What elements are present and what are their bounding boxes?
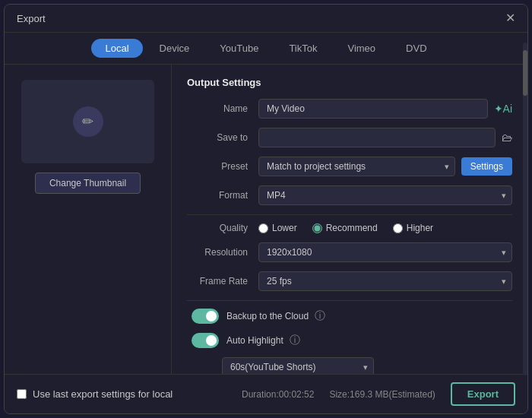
- main-content: ✏ Change Thumbnail Output Settings Name …: [5, 65, 527, 374]
- auto-highlight-row: Auto Highlight ⓘ: [187, 333, 512, 348]
- shorts-select-wrapper: 60s(YouTube Shorts) 30s 15s: [222, 357, 374, 374]
- name-row: Name ✦Ai: [187, 99, 512, 119]
- change-thumbnail-button[interactable]: Change Thumbnail: [35, 173, 141, 194]
- frame-rate-select[interactable]: 25 fps 30 fps 60 fps: [258, 271, 512, 291]
- backup-cloud-slider: [192, 309, 219, 324]
- quality-label: Quality: [187, 223, 248, 233]
- preset-label: Preset: [187, 161, 248, 172]
- scrollbar-thumb[interactable]: [523, 65, 527, 96]
- quality-recommend-label: Recommend: [326, 223, 378, 233]
- frame-rate-label: Frame Rate: [187, 276, 248, 287]
- duration-label: Duration:00:02:52: [242, 389, 314, 400]
- thumbnail-box: ✏: [21, 80, 154, 163]
- save-to-input-group: 🗁: [258, 128, 512, 147]
- frame-rate-select-wrapper: 25 fps 30 fps 60 fps: [258, 271, 512, 291]
- name-input[interactable]: [258, 99, 488, 119]
- quality-recommend-option[interactable]: Recommend: [312, 223, 378, 233]
- resolution-row: Resolution 1920x1080 1280x720 3840x2160: [187, 242, 512, 262]
- export-window: Export ✕ Local Device YouTube TikTok Vim…: [4, 4, 528, 414]
- tab-youtube[interactable]: YouTube: [206, 39, 272, 58]
- quality-higher-radio[interactable]: [393, 223, 403, 233]
- format-select[interactable]: MP4 MOV AVI: [258, 185, 512, 205]
- shorts-duration-row: 60s(YouTube Shorts) 30s 15s: [222, 357, 512, 374]
- backup-cloud-row: Backup to the Cloud ⓘ: [187, 309, 512, 324]
- tab-dvd[interactable]: DVD: [392, 39, 440, 58]
- format-select-wrapper: MP4 MOV AVI: [258, 185, 512, 205]
- backup-cloud-label: Backup to the Cloud: [226, 311, 309, 321]
- settings-button[interactable]: Settings: [461, 157, 512, 176]
- tabs-bar: Local Device YouTube TikTok Vimeo DVD: [5, 33, 527, 65]
- quality-higher-label: Higher: [407, 223, 433, 233]
- resolution-select[interactable]: 1920x1080 1280x720 3840x2160: [258, 242, 512, 262]
- preset-row: Preset Match to project settings Custom …: [187, 157, 512, 176]
- auto-highlight-toggle[interactable]: [192, 333, 219, 348]
- save-to-input[interactable]: [258, 128, 496, 147]
- quality-lower-option[interactable]: Lower: [258, 223, 297, 233]
- use-last-settings-group: Use last export settings for local: [17, 388, 173, 400]
- right-panel: Output Settings Name ✦Ai Save to 🗁 Pre: [172, 65, 527, 374]
- quality-options: Lower Recommend Higher: [258, 223, 433, 233]
- quality-higher-option[interactable]: Higher: [393, 223, 433, 233]
- title-bar: Export ✕: [5, 5, 527, 33]
- window-title: Export: [17, 13, 46, 24]
- quality-lower-label: Lower: [272, 223, 297, 233]
- name-label: Name: [187, 103, 248, 114]
- bottom-info: Duration:00:02:52 Size:169.3 MB(Estimate…: [242, 382, 515, 406]
- tab-tiktok[interactable]: TikTok: [275, 39, 331, 58]
- backup-cloud-toggle[interactable]: [192, 309, 219, 324]
- quality-row: Quality Lower Recommend Higher: [187, 223, 512, 233]
- section-title: Output Settings: [187, 77, 512, 88]
- export-button[interactable]: Export: [451, 382, 515, 406]
- auto-highlight-slider: [192, 333, 219, 348]
- shorts-duration-select[interactable]: 60s(YouTube Shorts) 30s 15s: [222, 357, 374, 374]
- left-panel: ✏ Change Thumbnail: [5, 65, 172, 374]
- quality-recommend-radio[interactable]: [312, 223, 322, 233]
- frame-rate-row: Frame Rate 25 fps 30 fps 60 fps: [187, 271, 512, 291]
- tab-device[interactable]: Device: [146, 39, 204, 58]
- auto-highlight-info-icon[interactable]: ⓘ: [290, 334, 300, 347]
- resolution-select-wrapper: 1920x1080 1280x720 3840x2160: [258, 242, 512, 262]
- save-to-label: Save to: [187, 132, 248, 143]
- use-last-settings-label: Use last export settings for local: [33, 388, 173, 400]
- tab-local[interactable]: Local: [91, 39, 142, 58]
- name-input-group: ✦Ai: [258, 99, 512, 119]
- preset-select-wrapper: Match to project settings Custom: [258, 157, 455, 176]
- quality-lower-radio[interactable]: [258, 223, 268, 233]
- bottom-bar: Use last export settings for local Durat…: [5, 374, 527, 413]
- pencil-icon: ✏: [73, 106, 103, 137]
- close-button[interactable]: ✕: [505, 12, 515, 24]
- use-last-settings-checkbox[interactable]: [17, 389, 27, 399]
- tab-vimeo[interactable]: Vimeo: [334, 39, 389, 58]
- format-label: Format: [187, 190, 248, 201]
- resolution-label: Resolution: [187, 247, 248, 258]
- folder-icon[interactable]: 🗁: [502, 131, 512, 144]
- auto-highlight-label: Auto Highlight: [226, 335, 283, 346]
- save-to-row: Save to 🗁: [187, 128, 512, 147]
- size-label: Size:169.3 MB(Estimated): [329, 389, 435, 400]
- scrollbar-track: [523, 65, 527, 374]
- format-row: Format MP4 MOV AVI: [187, 185, 512, 205]
- backup-cloud-info-icon[interactable]: ⓘ: [315, 309, 325, 323]
- ai-icon[interactable]: ✦Ai: [494, 103, 512, 115]
- preset-select[interactable]: Match to project settings Custom: [258, 157, 455, 176]
- preset-input-group: Match to project settings Custom Setting…: [258, 157, 512, 176]
